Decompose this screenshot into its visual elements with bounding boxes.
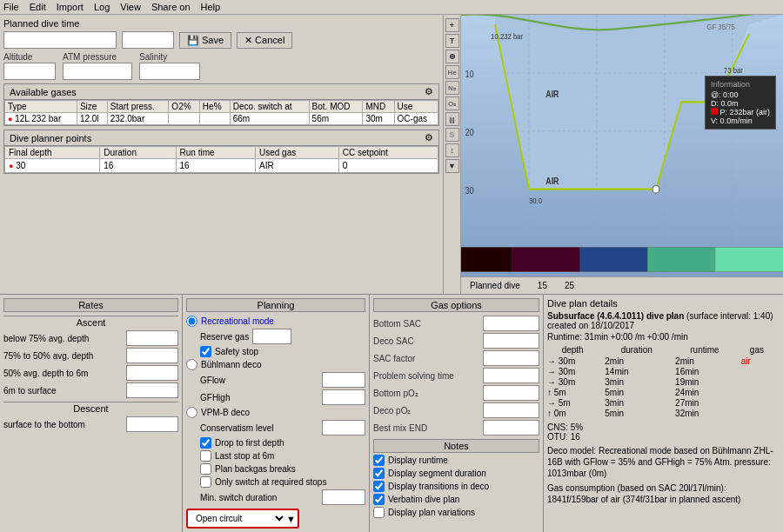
display-variations-check[interactable] xyxy=(373,507,385,518)
backgas-check[interactable] xyxy=(200,463,211,475)
rate-descent-input[interactable]: 18m/min xyxy=(126,416,178,432)
gas-row-0[interactable]: ● 12L 232 bar 12.0l 232.0bar 66m 56m 30m… xyxy=(5,113,438,125)
sidebar-btn-o2[interactable]: O₂ xyxy=(445,96,459,110)
details-row-0: → 30m 2min 2min air xyxy=(547,356,780,367)
sidebar-btn-2[interactable]: T xyxy=(445,34,459,48)
planner-settings-icon[interactable]: ⚙ xyxy=(425,132,433,143)
gases-settings-icon[interactable]: ⚙ xyxy=(425,86,433,97)
only-switch-row: Only switch at required stops xyxy=(186,476,365,488)
save-button[interactable]: 💾 Save xyxy=(179,32,231,49)
details-row-3: ↑ 5m 5min 24min xyxy=(547,388,780,398)
info-depth: D: 0.0m xyxy=(711,99,770,108)
svg-text:AIR: AIR xyxy=(545,176,559,187)
salinity-input[interactable]: 1.03 kg/l xyxy=(139,63,200,80)
conservatism-input[interactable]: +3 xyxy=(322,420,365,436)
menu-import[interactable]: Import xyxy=(57,2,84,12)
detail-gas-0: air xyxy=(741,356,780,367)
sac-factor-input[interactable]: 2.0 xyxy=(483,350,539,366)
best-mix-end-input[interactable]: 30m xyxy=(483,420,539,436)
sidebar-btn-arrow[interactable]: ↕ xyxy=(445,143,459,157)
sac-factor-label: SAC factor xyxy=(373,354,415,363)
vpmb-label: VPM-B deco xyxy=(201,408,250,417)
svg-text:20: 20 xyxy=(465,128,474,138)
bottom-sac-row: Bottom SAC 20l/min xyxy=(373,316,539,331)
vpmb-radio[interactable] xyxy=(186,407,197,418)
menu-view[interactable]: View xyxy=(120,2,141,12)
menu-edit[interactable]: Edit xyxy=(30,2,46,12)
rate-input-0[interactable]: 9m/min xyxy=(126,330,178,346)
altitude-atm-row: Altitude 0m ATM pressure 1013mbar Salini… xyxy=(3,52,439,80)
gflow-input[interactable]: 35% xyxy=(322,372,365,388)
cancel-button[interactable]: ✕ Cancel xyxy=(237,32,292,49)
bottom-sac-label: Bottom SAC xyxy=(373,319,421,329)
sidebar-btn-bar[interactable]: ||| xyxy=(445,112,459,126)
menu-help[interactable]: Help xyxy=(201,2,221,12)
rate-below75: below 75% avg. depth 9m/min xyxy=(3,330,178,346)
rate-input-3[interactable]: 1m/min xyxy=(126,382,178,398)
sidebar-btn-n2[interactable]: N₂ xyxy=(445,81,459,95)
last-stop-check[interactable] xyxy=(200,450,211,462)
sidebar-btn-down[interactable]: ▼ xyxy=(445,159,459,173)
gas-type: ● 12L 232 bar xyxy=(5,113,77,125)
deco-sac-input[interactable]: 17l/min xyxy=(483,333,539,349)
sidebar-btn-3[interactable]: ⊕ xyxy=(445,50,459,63)
buhlmann-radio[interactable] xyxy=(186,359,197,370)
notes-check-1: Display segment duration xyxy=(373,468,539,479)
atm-group: ATM pressure 1013mbar xyxy=(63,52,132,80)
verbatim-check[interactable] xyxy=(373,494,385,505)
reserve-gas-input[interactable]: 40bar xyxy=(252,329,291,344)
plan-gas: AIR xyxy=(256,159,339,173)
time-input[interactable]: 15:04 xyxy=(122,31,174,49)
main-container: File Edit Import Log View Share on Help … xyxy=(0,0,783,532)
problem-solving-input[interactable]: 0min xyxy=(483,368,539,383)
atm-input[interactable]: 1013mbar xyxy=(63,63,132,80)
gases-box: Available gases ⚙ Type Size Start press.… xyxy=(3,83,439,126)
rate-input-1[interactable]: 6m/min xyxy=(126,348,178,363)
col-use: Use xyxy=(394,101,438,113)
menu-log[interactable]: Log xyxy=(94,2,110,12)
display-runtime-check[interactable] xyxy=(373,455,385,466)
profile-bottom: Planned dive 15 25 xyxy=(461,276,783,294)
sidebar-btn-1[interactable]: + xyxy=(445,18,459,32)
gflow-row: GFlow 35% xyxy=(186,372,365,388)
open-circuit-dropdown[interactable]: Open circuit ▼ xyxy=(186,509,299,529)
gfhigh-input[interactable]: 75% xyxy=(322,389,365,405)
sidebar-btn-s[interactable]: S xyxy=(445,128,459,142)
svg-rect-21 xyxy=(512,248,579,272)
menu-file[interactable]: File xyxy=(3,2,19,12)
rates-title: Rates xyxy=(3,298,178,312)
safety-stop-check[interactable] xyxy=(200,346,211,357)
only-switch-check[interactable] xyxy=(200,476,211,488)
detail-runtime-2: 19min xyxy=(675,377,741,388)
menu-shareon[interactable]: Share on xyxy=(151,2,191,12)
planner-row-0[interactable]: ● 30 16 16 AIR 0 xyxy=(5,159,438,173)
altitude-input[interactable]: 0m xyxy=(3,63,56,80)
detail-runtime-0: 2min xyxy=(675,356,741,367)
rate-input-2[interactable]: 6m/min xyxy=(126,365,178,381)
bottom-po2-input[interactable]: 1.40bar xyxy=(483,385,539,401)
svg-rect-23 xyxy=(647,248,715,272)
bottom-sac-input[interactable]: 20l/min xyxy=(483,316,539,331)
detail-depth-4: → 5m xyxy=(547,398,605,409)
svg-text:73 bar: 73 bar xyxy=(724,65,743,75)
min-switch-input[interactable]: 1min xyxy=(322,489,365,505)
detail-depth-3: ↑ 5m xyxy=(547,388,605,398)
planner-header: Dive planner points ⚙ xyxy=(4,130,438,146)
sidebar-btn-he[interactable]: He xyxy=(445,65,459,79)
display-transitions-check[interactable] xyxy=(373,481,385,492)
recreational-row: Recreational mode xyxy=(186,316,365,327)
safety-stop-row: Safety stop xyxy=(186,346,365,357)
gas-options-panel: Gas options Bottom SAC 20l/min Deco SAC … xyxy=(370,295,544,532)
vpmb-row: VPM-B deco xyxy=(186,407,365,418)
recreational-radio[interactable] xyxy=(186,316,197,327)
open-circuit-select[interactable]: Open circuit xyxy=(190,512,286,525)
detail-gas-1 xyxy=(741,367,780,377)
drop-first-check[interactable] xyxy=(200,437,211,449)
bottom-section: Rates Ascent below 75% avg. depth 9m/min… xyxy=(0,294,783,532)
deco-sac-label: Deco SAC xyxy=(373,336,414,346)
detail-gas-4 xyxy=(741,398,780,409)
date-input[interactable]: Wed 18 Oct 2017 xyxy=(3,31,117,49)
display-segment-check[interactable] xyxy=(373,468,385,479)
svg-text:10.232 bar: 10.232 bar xyxy=(491,31,523,41)
deco-po2-input[interactable]: 1.60bar xyxy=(483,402,539,418)
